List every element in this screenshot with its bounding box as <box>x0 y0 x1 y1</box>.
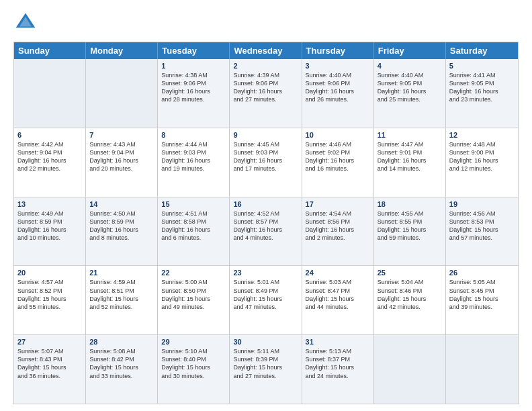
cell-text: Sunrise: 4:55 AM Sunset: 8:55 PM Dayligh… <box>378 210 442 242</box>
day-number: 15 <box>161 200 226 208</box>
day-number: 16 <box>233 200 298 208</box>
day-number: 21 <box>89 269 154 277</box>
cal-cell-r4-c0: 27Sunrise: 5:07 AM Sunset: 8:43 PM Dayli… <box>14 335 86 404</box>
day-number: 11 <box>378 131 442 139</box>
day-number: 28 <box>89 338 154 346</box>
cell-text: Sunrise: 4:59 AM Sunset: 8:51 PM Dayligh… <box>89 278 154 311</box>
page: SundayMondayTuesdayWednesdayThursdayFrid… <box>0 0 532 411</box>
day-number: 22 <box>161 269 226 277</box>
day-number: 10 <box>306 131 370 139</box>
cell-text: Sunrise: 5:03 AM Sunset: 8:47 PM Dayligh… <box>306 278 370 311</box>
cell-text: Sunrise: 5:07 AM Sunset: 8:43 PM Dayligh… <box>17 347 82 380</box>
header <box>13 11 519 35</box>
cal-cell-r3-c4: 24Sunrise: 5:03 AM Sunset: 8:47 PM Dayli… <box>302 266 374 334</box>
day-number: 6 <box>17 131 82 139</box>
header-cell-friday: Friday <box>374 42 446 59</box>
cal-cell-r0-c1 <box>86 59 158 128</box>
header-cell-saturday: Saturday <box>446 42 518 59</box>
cell-text: Sunrise: 5:13 AM Sunset: 8:37 PM Dayligh… <box>306 347 370 380</box>
cal-cell-r0-c0 <box>14 59 86 128</box>
cal-cell-r2-c6: 19Sunrise: 4:56 AM Sunset: 8:53 PM Dayli… <box>446 197 518 266</box>
calendar: SundayMondayTuesdayWednesdayThursdayFrid… <box>13 42 519 404</box>
cal-cell-r1-c4: 10Sunrise: 4:46 AM Sunset: 9:02 PM Dayli… <box>302 128 374 197</box>
cell-text: Sunrise: 4:50 AM Sunset: 8:59 PM Dayligh… <box>89 210 154 242</box>
cal-cell-r1-c2: 8Sunrise: 4:44 AM Sunset: 9:03 PM Daylig… <box>158 128 230 197</box>
cell-text: Sunrise: 4:45 AM Sunset: 9:03 PM Dayligh… <box>233 140 298 173</box>
cell-text: Sunrise: 4:38 AM Sunset: 9:06 PM Dayligh… <box>161 71 226 104</box>
cal-cell-r1-c1: 7Sunrise: 4:43 AM Sunset: 9:04 PM Daylig… <box>86 128 158 197</box>
cal-cell-r4-c6 <box>446 335 518 404</box>
cell-text: Sunrise: 4:40 AM Sunset: 9:05 PM Dayligh… <box>378 71 442 104</box>
header-cell-thursday: Thursday <box>302 42 374 59</box>
cal-cell-r1-c0: 6Sunrise: 4:42 AM Sunset: 9:04 PM Daylig… <box>14 128 86 197</box>
cal-cell-r3-c5: 25Sunrise: 5:04 AM Sunset: 8:46 PM Dayli… <box>374 266 446 334</box>
day-number: 13 <box>17 200 82 208</box>
cell-text: Sunrise: 5:05 AM Sunset: 8:45 PM Dayligh… <box>449 278 515 311</box>
cell-text: Sunrise: 4:57 AM Sunset: 8:52 PM Dayligh… <box>17 278 82 311</box>
day-number: 5 <box>449 62 515 70</box>
header-cell-sunday: Sunday <box>14 42 86 59</box>
cell-text: Sunrise: 5:01 AM Sunset: 8:49 PM Dayligh… <box>233 278 298 311</box>
header-cell-wednesday: Wednesday <box>230 42 302 59</box>
cell-text: Sunrise: 4:51 AM Sunset: 8:58 PM Dayligh… <box>161 210 226 242</box>
day-number: 31 <box>306 338 370 346</box>
day-number: 3 <box>306 62 370 70</box>
cal-cell-r2-c2: 15Sunrise: 4:51 AM Sunset: 8:58 PM Dayli… <box>158 197 230 266</box>
cal-cell-r4-c5 <box>374 335 446 404</box>
cal-cell-r4-c3: 30Sunrise: 5:11 AM Sunset: 8:39 PM Dayli… <box>230 335 302 404</box>
cal-cell-r1-c6: 12Sunrise: 4:48 AM Sunset: 9:00 PM Dayli… <box>446 128 518 197</box>
cal-cell-r4-c4: 31Sunrise: 5:13 AM Sunset: 8:37 PM Dayli… <box>302 335 374 404</box>
cal-cell-r0-c4: 3Sunrise: 4:40 AM Sunset: 9:06 PM Daylig… <box>302 59 374 128</box>
day-number: 30 <box>233 338 298 346</box>
cell-text: Sunrise: 4:48 AM Sunset: 9:00 PM Dayligh… <box>449 140 515 173</box>
cell-text: Sunrise: 5:10 AM Sunset: 8:40 PM Dayligh… <box>161 347 226 380</box>
day-number: 27 <box>17 338 82 346</box>
calendar-row-2: 13Sunrise: 4:49 AM Sunset: 8:59 PM Dayli… <box>14 197 518 266</box>
day-number: 24 <box>306 269 370 277</box>
cal-cell-r3-c3: 23Sunrise: 5:01 AM Sunset: 8:49 PM Dayli… <box>230 266 302 334</box>
cell-text: Sunrise: 5:08 AM Sunset: 8:42 PM Dayligh… <box>89 347 154 380</box>
calendar-body: 1Sunrise: 4:38 AM Sunset: 9:06 PM Daylig… <box>14 59 518 404</box>
cell-text: Sunrise: 5:00 AM Sunset: 8:50 PM Dayligh… <box>161 278 226 311</box>
cal-cell-r3-c1: 21Sunrise: 4:59 AM Sunset: 8:51 PM Dayli… <box>86 266 158 334</box>
day-number: 23 <box>233 269 298 277</box>
cal-cell-r4-c2: 29Sunrise: 5:10 AM Sunset: 8:40 PM Dayli… <box>158 335 230 404</box>
day-number: 4 <box>378 62 442 70</box>
day-number: 12 <box>449 131 515 139</box>
cal-cell-r3-c0: 20Sunrise: 4:57 AM Sunset: 8:52 PM Dayli… <box>14 266 86 334</box>
cell-text: Sunrise: 4:49 AM Sunset: 8:59 PM Dayligh… <box>17 210 82 242</box>
calendar-row-1: 6Sunrise: 4:42 AM Sunset: 9:04 PM Daylig… <box>14 128 518 197</box>
calendar-row-3: 20Sunrise: 4:57 AM Sunset: 8:52 PM Dayli… <box>14 265 518 334</box>
cal-cell-r2-c3: 16Sunrise: 4:52 AM Sunset: 8:57 PM Dayli… <box>230 197 302 266</box>
day-number: 9 <box>233 131 298 139</box>
cal-cell-r2-c4: 17Sunrise: 4:54 AM Sunset: 8:56 PM Dayli… <box>302 197 374 266</box>
cell-text: Sunrise: 4:54 AM Sunset: 8:56 PM Dayligh… <box>306 210 370 242</box>
cell-text: Sunrise: 4:39 AM Sunset: 9:06 PM Dayligh… <box>233 71 298 104</box>
cal-cell-r2-c1: 14Sunrise: 4:50 AM Sunset: 8:59 PM Dayli… <box>86 197 158 266</box>
header-cell-monday: Monday <box>86 42 158 59</box>
cal-cell-r2-c5: 18Sunrise: 4:55 AM Sunset: 8:55 PM Dayli… <box>374 197 446 266</box>
cal-cell-r2-c0: 13Sunrise: 4:49 AM Sunset: 8:59 PM Dayli… <box>14 197 86 266</box>
cell-text: Sunrise: 5:04 AM Sunset: 8:46 PM Dayligh… <box>378 278 442 311</box>
day-number: 25 <box>378 269 442 277</box>
calendar-row-4: 27Sunrise: 5:07 AM Sunset: 8:43 PM Dayli… <box>14 334 518 404</box>
cal-cell-r0-c6: 5Sunrise: 4:41 AM Sunset: 9:05 PM Daylig… <box>446 59 518 128</box>
day-number: 29 <box>161 338 226 346</box>
day-number: 20 <box>17 269 82 277</box>
cal-cell-r0-c3: 2Sunrise: 4:39 AM Sunset: 9:06 PM Daylig… <box>230 59 302 128</box>
cell-text: Sunrise: 4:46 AM Sunset: 9:02 PM Dayligh… <box>306 140 370 173</box>
calendar-header: SundayMondayTuesdayWednesdayThursdayFrid… <box>14 42 518 59</box>
cal-cell-r4-c1: 28Sunrise: 5:08 AM Sunset: 8:42 PM Dayli… <box>86 335 158 404</box>
cell-text: Sunrise: 4:44 AM Sunset: 9:03 PM Dayligh… <box>161 140 226 173</box>
cell-text: Sunrise: 4:56 AM Sunset: 8:53 PM Dayligh… <box>449 210 515 242</box>
logo <box>13 11 40 35</box>
cell-text: Sunrise: 4:47 AM Sunset: 9:01 PM Dayligh… <box>378 140 442 173</box>
cell-text: Sunrise: 4:43 AM Sunset: 9:04 PM Dayligh… <box>89 140 154 173</box>
cell-text: Sunrise: 4:42 AM Sunset: 9:04 PM Dayligh… <box>17 140 82 173</box>
day-number: 2 <box>233 62 298 70</box>
header-cell-tuesday: Tuesday <box>158 42 230 59</box>
day-number: 1 <box>161 62 226 70</box>
day-number: 14 <box>89 200 154 208</box>
logo-icon <box>13 11 38 35</box>
cell-text: Sunrise: 4:52 AM Sunset: 8:57 PM Dayligh… <box>233 210 298 242</box>
